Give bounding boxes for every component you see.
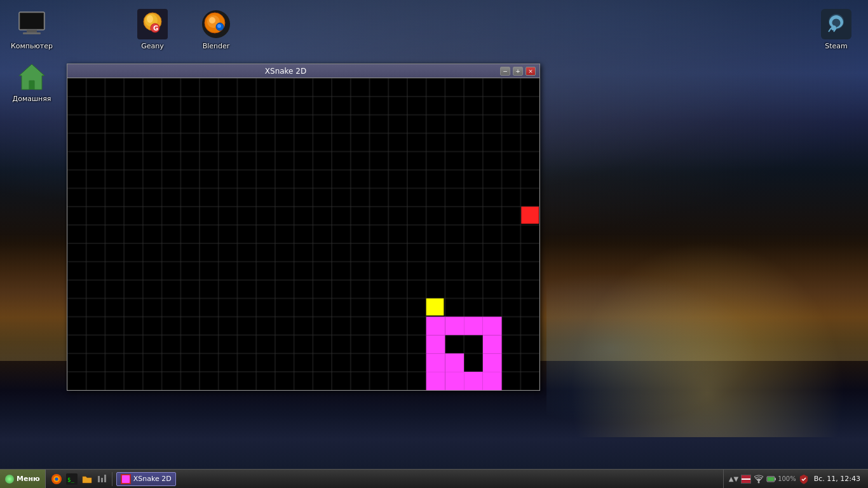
svg-rect-38 — [483, 372, 502, 390]
svg-text:$_: $_ — [67, 477, 74, 483]
desktop-icon-computer[interactable]: Компьютер — [6, 6, 57, 53]
system-tray: ▲▼ 100% — [723, 470, 868, 488]
taskbar-xsnake-icon — [121, 474, 131, 484]
svg-rect-27 — [445, 316, 464, 335]
game-canvas — [67, 78, 539, 390]
taskbar-app-label: XSnake 2D — [133, 475, 172, 483]
desktop-icon-steam[interactable]: Steam — [811, 6, 862, 53]
desktop-icon-geany[interactable]: G Geany — [127, 6, 178, 53]
svg-point-41 — [55, 477, 58, 480]
svg-rect-25 — [426, 299, 444, 316]
svg-rect-45 — [101, 478, 103, 482]
start-button[interactable]: Меню — [0, 470, 46, 488]
battery-percent: 100% — [778, 475, 796, 482]
svg-rect-36 — [445, 372, 464, 390]
close-button[interactable]: × — [526, 67, 536, 76]
steam-icon-label: Steam — [825, 42, 848, 50]
quick-launch-bar: $_ — [47, 472, 112, 486]
svg-rect-33 — [445, 353, 464, 372]
taskbar: Меню $_ — [0, 469, 868, 488]
svg-point-9 — [147, 15, 153, 23]
desktop-icon-column: Компьютер Домашняя — [6, 6, 57, 105]
svg-rect-26 — [426, 316, 445, 335]
quicklaunch-mixer[interactable] — [95, 472, 109, 486]
svg-rect-37 — [464, 372, 483, 390]
svg-rect-23 — [67, 78, 539, 390]
quicklaunch-files[interactable] — [80, 472, 94, 486]
desktop-icon-home[interactable]: Домашняя — [6, 59, 57, 105]
computer-icon-img — [17, 9, 47, 39]
svg-rect-29 — [483, 316, 502, 335]
svg-rect-49 — [768, 477, 774, 481]
start-icon — [5, 475, 14, 484]
tray-battery[interactable]: 100% — [766, 474, 796, 484]
taskbar-app-xsnake[interactable]: XSnake 2D — [116, 472, 176, 486]
quicklaunch-terminal[interactable]: $_ — [65, 472, 79, 486]
city-lights — [546, 215, 868, 437]
svg-rect-3 — [23, 32, 41, 34]
taskbar-apps: XSnake 2D — [114, 472, 179, 486]
svg-point-47 — [758, 481, 760, 483]
svg-rect-46 — [104, 475, 106, 482]
game-grid-svg — [67, 78, 539, 390]
svg-rect-50 — [775, 478, 776, 480]
window-titlebar: XSnake 2D − + × — [67, 64, 539, 78]
maximize-button[interactable]: + — [513, 67, 523, 76]
svg-rect-5 — [29, 81, 34, 90]
desktop-icon-blender[interactable]: Blender — [191, 6, 241, 53]
quicklaunch-firefox[interactable] — [50, 472, 64, 486]
tray-expand-arrows[interactable]: ▲▼ — [729, 475, 738, 482]
snake-mini-icon — [122, 475, 130, 483]
home-icon-label: Домашняя — [13, 95, 51, 103]
tray-locale-icon[interactable] — [741, 474, 751, 484]
start-label: Меню — [17, 475, 40, 483]
home-icon-img — [17, 62, 47, 92]
flag-icon — [741, 475, 751, 484]
tray-network-icon[interactable] — [754, 474, 764, 484]
blender-icon-img — [201, 9, 231, 39]
window-title: XSnake 2D — [71, 67, 500, 76]
svg-rect-44 — [98, 476, 100, 482]
svg-point-17 — [217, 24, 221, 28]
desktop: Компьютер Домашняя G — [0, 0, 868, 488]
desktop-top-icons: G Geany Blender — [127, 6, 241, 53]
svg-rect-24 — [521, 207, 539, 224]
minimize-button[interactable]: − — [500, 67, 510, 76]
blender-icon-label: Blender — [203, 42, 230, 50]
svg-rect-34 — [483, 353, 502, 372]
svg-rect-32 — [426, 353, 445, 372]
window-controls: − + × — [500, 67, 536, 76]
computer-icon-label: Компьютер — [11, 42, 53, 50]
geany-icon-img: G — [137, 9, 168, 39]
svg-rect-30 — [426, 335, 445, 353]
svg-point-15 — [209, 17, 215, 24]
svg-rect-28 — [464, 316, 483, 335]
svg-text:G: G — [153, 25, 158, 32]
game-window: XSnake 2D − + × — [67, 64, 540, 391]
svg-rect-2 — [27, 30, 37, 32]
svg-rect-31 — [483, 335, 502, 353]
tray-security-icon[interactable] — [799, 474, 809, 484]
tray-clock: Вс. 11, 12:43 — [811, 475, 863, 483]
svg-rect-35 — [426, 372, 445, 390]
steam-icon-img — [821, 9, 851, 39]
geany-icon-label: Geany — [141, 42, 164, 50]
svg-rect-1 — [20, 13, 43, 29]
